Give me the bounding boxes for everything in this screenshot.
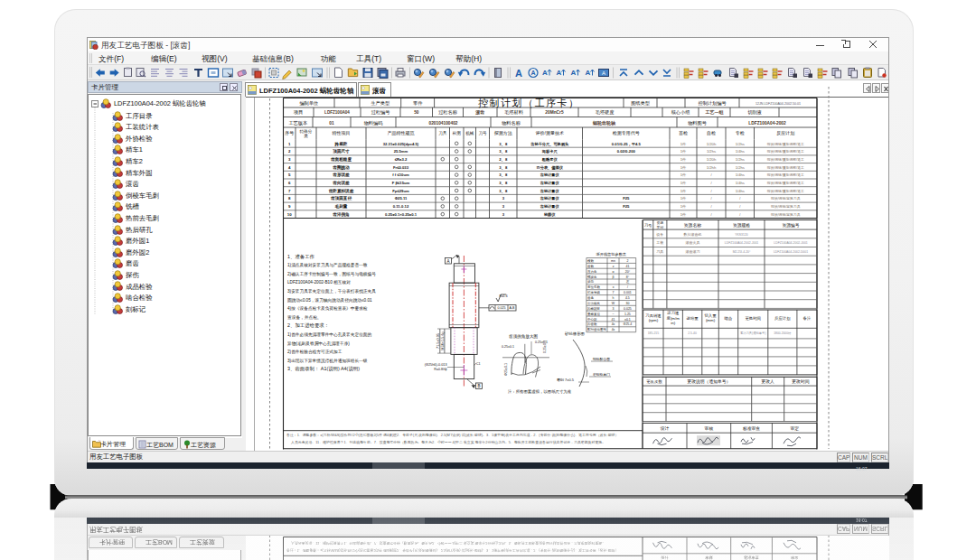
svg-text:1件: 1件 xyxy=(680,212,687,217)
svg-text:(mm): (mm) xyxy=(706,318,716,322)
svg-text:3、8: 3、8 xyxy=(499,189,508,194)
svg-text:20°: 20° xyxy=(625,270,631,274)
svg-text:特性项目: 特性项目 xyxy=(333,130,351,136)
svg-text:7: 7 xyxy=(288,189,291,193)
svg-text:1/4hs: 1/4hs xyxy=(736,189,745,193)
svg-text:渐开线齿轮参数表: 渐开线齿轮参数表 xyxy=(596,252,627,257)
svg-text:Φ25.11: Φ25.11 xyxy=(395,196,408,201)
svg-text:mn: mn xyxy=(611,259,615,263)
svg-text:更改说明（通知单号）: 更改说明（通知单号） xyxy=(687,378,730,385)
svg-text:3、8: 3、8 xyxy=(499,149,508,154)
svg-text:磨轮轮廓门: 磨轮轮廓门 xyxy=(593,372,610,377)
svg-text:物料编码: 物料编码 xyxy=(364,120,383,126)
svg-text:B: B xyxy=(477,384,480,388)
svg-text:检测专用代号: 检测专用代号 xyxy=(613,130,640,136)
svg-text:41: 41 xyxy=(612,318,615,322)
svg-text:(rpm): (rpm) xyxy=(649,318,659,322)
svg-text:M24×1.5-6g: M24×1.5-6g xyxy=(441,331,445,350)
svg-text:刀号: 刀号 xyxy=(644,223,652,228)
svg-text:LDFZ100A04-2002: LDFZ100A04-2002 xyxy=(748,121,786,126)
svg-text:工艺一组: 工艺一组 xyxy=(705,109,725,115)
svg-text:人员元素灵活、11、维护性保养？1、刊支线每年前。7、按查每: 人员元素灵活、11、维护性保养？1、刊支线每年前。7、按查每℃分钟（数再热为。每… xyxy=(290,440,605,444)
svg-text:/: / xyxy=(710,189,712,193)
svg-text:齿轮计量仪: 齿轮计量仪 xyxy=(540,181,560,185)
svg-text:3: 3 xyxy=(502,196,505,201)
svg-text:控制计划（工序卡）: 控制计划（工序卡） xyxy=(478,98,580,108)
svg-text:A: A xyxy=(571,69,577,77)
svg-text:/: / xyxy=(710,204,712,209)
svg-text:in): in) xyxy=(671,321,675,325)
svg-text:毛坯材料: 毛坯材料 xyxy=(504,109,524,116)
svg-text:0.11-0.12: 0.11-0.12 xyxy=(393,204,409,209)
svg-text:资源规格: 资源规格 xyxy=(733,222,750,229)
svg-text:核心小组: 核心小组 xyxy=(671,109,690,115)
svg-text:LDFZ100A04-2002-J001: LDFZ100A04-2002-J001 xyxy=(774,241,807,245)
svg-text:序号: 序号 xyxy=(285,130,294,136)
svg-text:滚齿夹具: 滚齿夹具 xyxy=(685,240,699,245)
svg-text:齿圈跳动: 齿圈跳动 xyxy=(332,164,350,171)
svg-text:齿顶圆直径: 齿顶圆直径 xyxy=(330,195,352,201)
svg-text:8°: 8° xyxy=(626,275,630,279)
svg-text:报状/调练/重新调整/返工: 报状/调练/重新调整/返工 xyxy=(767,189,804,193)
svg-text:游标卡尺: 游标卡尺 xyxy=(541,149,558,154)
svg-text:3: 3 xyxy=(502,212,505,217)
svg-text:类别: 类别 xyxy=(657,225,664,229)
svg-text:3)安装刀具装夹定位面上，千分表打表找正夹具: 3)安装刀具装夹定位面上，千分表打表找正夹具 xyxy=(287,288,376,294)
svg-text:1/20h: 1/20h xyxy=(707,142,717,146)
svg-text:A: A xyxy=(515,68,522,79)
svg-text:3: 3 xyxy=(613,307,615,311)
svg-text:3、8: 3、8 xyxy=(499,142,508,147)
svg-text:标准审查: 标准审查 xyxy=(742,425,760,432)
svg-text:反应计划: 反应计划 xyxy=(776,130,794,136)
svg-text:编制单位: 编制单位 xyxy=(299,100,318,106)
svg-text:/: / xyxy=(739,212,741,217)
svg-text:压力角: 压力角 xyxy=(587,269,597,274)
svg-text:LDFZ100A04-2002-B10 相互核对: LDFZ100A04-2002-B10 相互核对 xyxy=(287,280,351,285)
svg-text:反应计划: 反应计划 xyxy=(774,316,791,321)
svg-text:报状/调练/重新调整/返工: 报状/调练/重新调整/返工 xyxy=(767,165,804,170)
svg-text:控制计划编号: 控制计划编号 xyxy=(698,100,726,106)
svg-text:1件: 1件 xyxy=(680,149,687,154)
svg-text:1/2hs: 1/2hs xyxy=(736,157,745,162)
svg-text:变位系数: 变位系数 xyxy=(587,285,601,289)
svg-text:9: 9 xyxy=(288,204,291,209)
svg-text:工装: 工装 xyxy=(656,240,663,245)
svg-text:圆跳动≤0.05，滚刀轴向跳动及径向跳动≤0.01: 圆跳动≤0.05，滚刀轴向跳动及径向跳动≤0.01 xyxy=(287,297,372,303)
svg-text:/: / xyxy=(627,285,628,289)
svg-text:跨齿数: 跨齿数 xyxy=(587,322,597,326)
svg-text:2.5-40: 2.5-40 xyxy=(688,331,697,335)
svg-text:1件: 1件 xyxy=(680,157,687,162)
svg-text:4: 4 xyxy=(288,165,291,170)
svg-text:4.5: 4.5 xyxy=(625,296,630,300)
svg-text:(Φ25h6)-0.013: (Φ25h6)-0.013 xyxy=(425,363,447,367)
svg-text:M2.25I-4-20°: M2.25I-4-20° xyxy=(733,250,751,254)
svg-text:71.5±0.05: 71.5±0.05 xyxy=(436,333,440,349)
svg-text:量棒直径: 量棒直径 xyxy=(587,313,601,316)
svg-text:41: 41 xyxy=(625,265,629,268)
svg-text:/: / xyxy=(710,212,712,217)
svg-text:报状/调练/重新调整/返工: 报状/调练/重新调整/返工 xyxy=(767,173,804,177)
svg-text:查设备，并点检。: 查设备，并点检。 xyxy=(287,314,322,321)
svg-text:2: 2 xyxy=(626,259,628,263)
svg-text:6: 6 xyxy=(288,181,291,185)
svg-text:A-B: A-B xyxy=(510,306,516,310)
svg-text:/: / xyxy=(710,181,712,185)
svg-text:更换时间: 更换时间 xyxy=(745,316,761,322)
svg-text:首检: 首检 xyxy=(679,130,688,135)
svg-text:2)首件检验合格方可正式加工: 2)首件检验合格方可正式加工 xyxy=(287,349,343,355)
svg-text:类: 类 xyxy=(304,134,308,138)
svg-text:12JN.LDFZ100A04-2002.50.01: 12JN.LDFZ100A04-2002.50.01 xyxy=(755,102,801,106)
svg-text:滚齿: 滚齿 xyxy=(474,109,484,116)
svg-text:进给量: 进给量 xyxy=(687,316,699,321)
svg-text:x: x xyxy=(613,285,615,289)
svg-text:检测: 检测 xyxy=(453,130,462,135)
svg-text:生产类型: 生产类型 xyxy=(371,100,390,106)
svg-text:报状/调练/重新调整/返工: 报状/调练/重新调整/返工 xyxy=(767,149,804,154)
svg-text:机械: 机械 xyxy=(465,131,474,135)
svg-text:2: 2 xyxy=(288,149,291,154)
svg-text:资源名称: 资源名称 xyxy=(684,222,701,229)
svg-text:A: A xyxy=(602,70,605,76)
svg-text:累计刀具(通知单号): 累计刀具(通知单号) xyxy=(740,331,766,335)
svg-text:25.5mm: 25.5mm xyxy=(394,149,408,154)
svg-text:3)出现以下异常情况停机并通知班组长一级: 3)出现以下异常情况停机并通知班组长一级 xyxy=(287,358,368,364)
